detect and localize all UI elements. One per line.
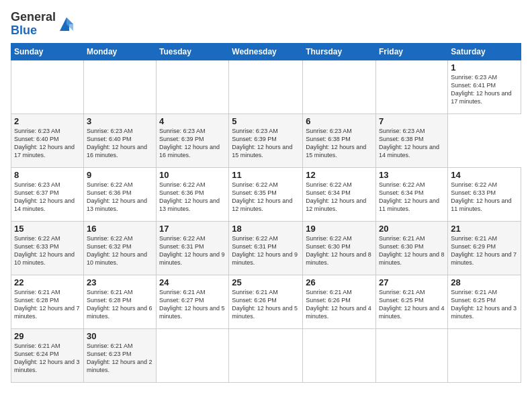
day-number: 23	[87, 277, 153, 287]
day-detail: Sunrise: 6:22 AMSunset: 6:35 PMDaylight:…	[232, 181, 292, 212]
calendar-cell: 11 Sunrise: 6:22 AMSunset: 6:35 PMDaylig…	[229, 167, 303, 221]
logo: General Blue	[11, 11, 76, 38]
day-number: 24	[159, 277, 226, 287]
day-number: 22	[14, 277, 81, 287]
col-saturday: Saturday	[448, 43, 521, 60]
calendar-cell	[229, 328, 303, 382]
calendar-cell	[448, 328, 521, 382]
calendar-cell: 2 Sunrise: 6:23 AMSunset: 6:40 PMDayligh…	[11, 113, 84, 167]
col-monday: Monday	[83, 43, 156, 60]
day-number: 29	[14, 331, 81, 341]
day-number: 14	[451, 170, 518, 180]
calendar-cell: 26 Sunrise: 6:21 AMSunset: 6:26 PMDaylig…	[303, 275, 376, 328]
day-number: 12	[306, 170, 373, 180]
calendar-cell: 21 Sunrise: 6:21 AMSunset: 6:29 PMDaylig…	[448, 221, 521, 275]
day-number: 27	[379, 277, 445, 287]
col-wednesday: Wednesday	[229, 43, 303, 60]
day-detail: Sunrise: 6:22 AMSunset: 6:34 PMDaylight:…	[379, 181, 439, 212]
calendar-cell: 4 Sunrise: 6:23 AMSunset: 6:39 PMDayligh…	[157, 113, 229, 167]
calendar-week-row: 2 Sunrise: 6:23 AMSunset: 6:40 PMDayligh…	[11, 113, 521, 167]
day-number: 6	[306, 116, 373, 126]
day-detail: Sunrise: 6:21 AMSunset: 6:25 PMDaylight:…	[451, 289, 517, 320]
calendar-cell: 12 Sunrise: 6:22 AMSunset: 6:34 PMDaylig…	[303, 167, 376, 221]
calendar-cell: 3 Sunrise: 6:23 AMSunset: 6:40 PMDayligh…	[83, 113, 156, 167]
calendar-header-row: Sunday Monday Tuesday Wednesday Thursday…	[11, 43, 521, 60]
day-detail: Sunrise: 6:21 AMSunset: 6:26 PMDaylight:…	[306, 289, 371, 320]
col-tuesday: Tuesday	[157, 43, 229, 60]
calendar-cell: 16 Sunrise: 6:22 AMSunset: 6:32 PMDaylig…	[83, 221, 156, 275]
calendar-cell: 9 Sunrise: 6:22 AMSunset: 6:36 PMDayligh…	[83, 167, 156, 221]
calendar-cell: 7 Sunrise: 6:23 AMSunset: 6:38 PMDayligh…	[376, 113, 448, 167]
calendar-cell: 25 Sunrise: 6:21 AMSunset: 6:26 PMDaylig…	[229, 275, 303, 328]
day-detail: Sunrise: 6:21 AMSunset: 6:28 PMDaylight:…	[87, 289, 152, 320]
day-detail: Sunrise: 6:22 AMSunset: 6:31 PMDaylight:…	[232, 235, 298, 266]
day-number: 2	[14, 116, 81, 126]
calendar-week-row: 29 Sunrise: 6:21 AMSunset: 6:24 PMDaylig…	[11, 328, 521, 382]
calendar-cell: 1 Sunrise: 6:23 AMSunset: 6:41 PMDayligh…	[448, 60, 521, 113]
day-detail: Sunrise: 6:21 AMSunset: 6:27 PMDaylight:…	[159, 289, 225, 320]
calendar-cell	[157, 60, 229, 113]
day-detail: Sunrise: 6:22 AMSunset: 6:33 PMDaylight:…	[451, 181, 511, 212]
page: General Blue Sunday Monday Tuesday	[0, 0, 532, 411]
calendar-week-row: 15 Sunrise: 6:22 AMSunset: 6:33 PMDaylig…	[11, 221, 521, 275]
calendar-cell: 13 Sunrise: 6:22 AMSunset: 6:34 PMDaylig…	[376, 167, 448, 221]
day-detail: Sunrise: 6:23 AMSunset: 6:38 PMDaylight:…	[379, 128, 439, 158]
day-detail: Sunrise: 6:21 AMSunset: 6:30 PMDaylight:…	[379, 235, 445, 266]
day-detail: Sunrise: 6:23 AMSunset: 6:39 PMDaylight:…	[159, 128, 220, 158]
calendar-cell	[376, 60, 448, 113]
calendar-cell: 30 Sunrise: 6:21 AMSunset: 6:23 PMDaylig…	[83, 328, 156, 382]
day-number: 25	[232, 277, 300, 287]
day-number: 15	[14, 224, 81, 234]
day-number: 28	[451, 277, 518, 287]
day-number: 26	[306, 277, 373, 287]
day-detail: Sunrise: 6:22 AMSunset: 6:31 PMDaylight:…	[159, 235, 225, 266]
day-detail: Sunrise: 6:21 AMSunset: 6:28 PMDaylight:…	[14, 289, 80, 320]
calendar-cell	[11, 60, 84, 113]
day-number: 17	[159, 224, 226, 234]
calendar-cell: 27 Sunrise: 6:21 AMSunset: 6:25 PMDaylig…	[376, 275, 448, 328]
day-detail: Sunrise: 6:21 AMSunset: 6:29 PMDaylight:…	[451, 235, 517, 266]
day-detail: Sunrise: 6:23 AMSunset: 6:37 PMDaylight:…	[14, 181, 75, 212]
calendar-week-row: 8 Sunrise: 6:23 AMSunset: 6:37 PMDayligh…	[11, 167, 521, 221]
calendar-cell	[376, 328, 448, 382]
calendar-week-row: 1 Sunrise: 6:23 AMSunset: 6:41 PMDayligh…	[11, 60, 521, 113]
col-sunday: Sunday	[11, 43, 84, 60]
day-detail: Sunrise: 6:22 AMSunset: 6:36 PMDaylight:…	[87, 181, 147, 212]
day-detail: Sunrise: 6:23 AMSunset: 6:40 PMDaylight:…	[87, 128, 147, 158]
calendar-cell	[229, 60, 303, 113]
day-number: 13	[379, 170, 445, 180]
day-number: 5	[232, 116, 300, 126]
day-detail: Sunrise: 6:21 AMSunset: 6:24 PMDaylight:…	[14, 342, 80, 373]
calendar-week-row: 22 Sunrise: 6:21 AMSunset: 6:28 PMDaylig…	[11, 275, 521, 328]
calendar-cell: 23 Sunrise: 6:21 AMSunset: 6:28 PMDaylig…	[83, 275, 156, 328]
calendar-cell: 29 Sunrise: 6:21 AMSunset: 6:24 PMDaylig…	[11, 328, 84, 382]
day-detail: Sunrise: 6:21 AMSunset: 6:23 PMDaylight:…	[87, 342, 152, 373]
day-number: 11	[232, 170, 300, 180]
calendar-cell: 14 Sunrise: 6:22 AMSunset: 6:33 PMDaylig…	[448, 167, 521, 221]
calendar-table: Sunday Monday Tuesday Wednesday Thursday…	[11, 43, 521, 383]
col-thursday: Thursday	[303, 43, 376, 60]
calendar-cell: 8 Sunrise: 6:23 AMSunset: 6:37 PMDayligh…	[11, 167, 84, 221]
day-number: 4	[159, 116, 226, 126]
day-detail: Sunrise: 6:22 AMSunset: 6:33 PMDaylight:…	[14, 235, 75, 266]
calendar-cell: 10 Sunrise: 6:22 AMSunset: 6:36 PMDaylig…	[157, 167, 229, 221]
day-number: 1	[451, 62, 518, 73]
logo-blue: Blue	[11, 24, 37, 37]
day-number: 19	[306, 224, 373, 234]
logo-icon	[57, 15, 76, 34]
day-number: 7	[379, 116, 445, 126]
day-number: 3	[87, 116, 153, 126]
logo-general: General	[11, 10, 56, 24]
col-friday: Friday	[376, 43, 448, 60]
header: General Blue	[11, 11, 521, 38]
calendar-cell: 17 Sunrise: 6:22 AMSunset: 6:31 PMDaylig…	[157, 221, 229, 275]
day-detail: Sunrise: 6:22 AMSunset: 6:36 PMDaylight:…	[159, 181, 220, 212]
day-number: 9	[87, 170, 153, 180]
day-detail: Sunrise: 6:23 AMSunset: 6:39 PMDaylight:…	[232, 128, 292, 158]
day-number: 8	[14, 170, 81, 180]
day-detail: Sunrise: 6:21 AMSunset: 6:26 PMDaylight:…	[232, 289, 298, 320]
day-number: 20	[379, 224, 445, 234]
calendar-cell: 18 Sunrise: 6:22 AMSunset: 6:31 PMDaylig…	[229, 221, 303, 275]
calendar-cell: 28 Sunrise: 6:21 AMSunset: 6:25 PMDaylig…	[448, 275, 521, 328]
calendar-cell: 15 Sunrise: 6:22 AMSunset: 6:33 PMDaylig…	[11, 221, 84, 275]
